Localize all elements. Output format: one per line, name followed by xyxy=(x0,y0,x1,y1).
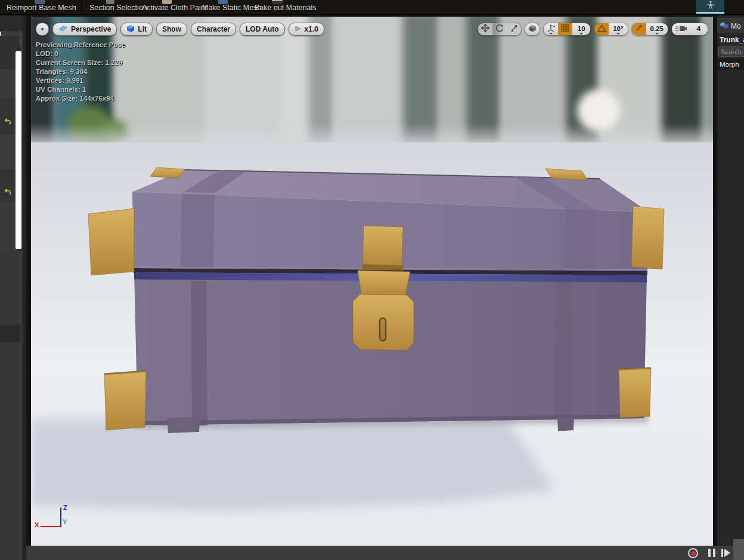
stat-preview-pose: Previewing Reference Pose xyxy=(36,41,125,49)
camera-speed-value-label: 4 xyxy=(697,25,700,32)
rotate-icon xyxy=(495,24,504,35)
lit-cube-icon xyxy=(126,24,135,35)
bake-out-materials-button[interactable]: Bake out Materials xyxy=(255,4,317,12)
show-dropdown[interactable]: Show xyxy=(156,23,187,36)
camera-icon xyxy=(675,24,687,35)
perspective-dropdown[interactable]: Perspective xyxy=(52,23,117,36)
strap-foot-left xyxy=(167,416,200,433)
skeletal-mesh-editor-window: Reimport Base Mesh Section Selection Act… xyxy=(0,0,744,560)
surface-snap-button[interactable] xyxy=(544,23,558,35)
morph-target-tab-label: Mo xyxy=(731,22,741,30)
viewport-toolbar: ▼ Perspective Lit Show Character xyxy=(36,23,708,36)
grid-snap-value-label: 10 xyxy=(578,25,585,32)
sidebar-edge-strip xyxy=(23,15,26,560)
rotate-tool-button[interactable] xyxy=(492,23,507,35)
scale-icon xyxy=(510,24,518,35)
play-icon xyxy=(724,549,730,557)
rotation-snap-value[interactable]: 10° xyxy=(609,23,627,35)
lid-strap-front-right xyxy=(564,209,596,271)
world-local-button[interactable] xyxy=(525,23,540,35)
morph-search-input[interactable] xyxy=(718,46,744,57)
z-axis-line xyxy=(60,508,61,527)
scale-snap-value[interactable]: 0.25 xyxy=(646,23,668,35)
viewport-options-dropdown[interactable]: ▼ xyxy=(36,23,49,36)
morph-column-header[interactable]: Morph xyxy=(717,58,744,70)
view-mode-dropdown[interactable]: Lit xyxy=(120,23,153,36)
show-label: Show xyxy=(162,25,181,33)
activate-cloth-paint-button[interactable]: Activate Cloth Paint xyxy=(142,4,207,12)
character-label: Character xyxy=(197,25,230,33)
gold-foot-left xyxy=(104,371,146,430)
character-dropdown[interactable]: Character xyxy=(191,23,236,36)
gold-cap-top-back-left xyxy=(150,167,185,178)
playback-speed-dropdown[interactable]: x1.0 xyxy=(289,23,324,36)
camera-speed-value[interactable]: 4 xyxy=(690,23,708,35)
panel-corner xyxy=(733,539,744,560)
clasp-hook xyxy=(380,318,386,341)
stat-screen-size: Current Screen Size: 1.229 xyxy=(36,58,125,67)
stat-uv-channels: UV Channels: 1 xyxy=(36,85,125,94)
rotation-snap-group: 10° xyxy=(594,23,628,36)
character-mode-tab[interactable] xyxy=(696,0,724,14)
sidebar-selected-row[interactable] xyxy=(0,325,20,343)
3d-viewport[interactable]: ▼ Perspective Lit Show Character xyxy=(31,17,713,546)
morph-target-icon xyxy=(720,21,729,32)
clasp-hinge xyxy=(362,265,403,270)
pause-button[interactable] xyxy=(708,549,715,557)
play-triangle-icon xyxy=(294,25,302,34)
snap-toolbar: 10 10° xyxy=(478,23,708,36)
perspective-label: Perspective xyxy=(71,25,111,33)
gold-corner-cap-left xyxy=(88,209,134,275)
angle-triangle-icon xyxy=(597,24,606,35)
stat-vertices: Vertices: 9,991 xyxy=(36,76,125,85)
y-axis-label: Y xyxy=(63,518,67,525)
lid-strap-front-left xyxy=(181,194,215,268)
record-icon xyxy=(691,551,696,556)
scale-arrow-icon xyxy=(635,24,643,35)
scale-snap-group: 0.25 xyxy=(631,23,668,36)
playback-bar xyxy=(26,546,744,560)
camera-speed-group: 4 xyxy=(671,23,708,36)
morph-target-panel: Mo Trunk_a Morph xyxy=(717,15,744,560)
stat-triangles: Triangles: 9,304 xyxy=(36,67,125,76)
move-tool-button[interactable] xyxy=(478,23,492,35)
asset-name: Trunk_a xyxy=(720,36,744,44)
make-static-mesh-button[interactable]: Make Static Mesh xyxy=(202,4,261,12)
section-selection-button[interactable]: Section Selection xyxy=(89,4,147,12)
coordinate-system-toggle[interactable] xyxy=(525,23,540,36)
gold-corner-cap-right xyxy=(631,206,664,269)
lod-dropdown[interactable]: LOD Auto xyxy=(240,23,285,36)
step-forward-button[interactable] xyxy=(721,549,730,557)
stat-lod: LOD: 0 xyxy=(36,49,125,58)
grid-snap-toggle[interactable] xyxy=(558,23,572,35)
stat-approx-size: Approx Size: 144x76x94 xyxy=(36,94,125,103)
scale-snap-toggle[interactable] xyxy=(632,23,646,35)
scale-snap-value-label: 0.25 xyxy=(650,25,664,32)
grid-icon xyxy=(561,24,569,35)
lod-label: LOD Auto xyxy=(246,25,279,33)
record-button[interactable] xyxy=(688,548,698,558)
transform-tools xyxy=(478,23,522,36)
scale-tool-button[interactable] xyxy=(507,23,521,35)
strap-foot-right xyxy=(557,416,574,431)
morph-target-tab[interactable]: Mo xyxy=(717,18,744,33)
lit-label: Lit xyxy=(138,25,147,33)
camera-speed-button[interactable] xyxy=(672,23,690,35)
reimport-base-mesh-button[interactable]: Reimport Base Mesh xyxy=(7,4,76,12)
rotation-snap-toggle[interactable] xyxy=(594,23,609,35)
body-strap-right xyxy=(554,282,572,419)
main-toolbar: Reimport Base Mesh Section Selection Act… xyxy=(0,0,744,15)
grid-snap-value[interactable]: 10 xyxy=(572,23,590,35)
caret-down-icon: ▼ xyxy=(40,27,45,32)
clasp-neck xyxy=(358,270,410,295)
rotation-snap-value-label: 10° xyxy=(613,25,623,32)
panel-divider[interactable] xyxy=(713,15,717,560)
reset-to-default-icon[interactable] xyxy=(4,187,12,194)
reset-to-default-icon[interactable] xyxy=(4,117,12,124)
x-axis-line xyxy=(41,526,61,527)
playback-speed-label: x1.0 xyxy=(305,25,318,33)
coordinate-cube-icon xyxy=(528,24,537,35)
toolbar-separator xyxy=(81,1,82,13)
sidebar-scrollbar[interactable] xyxy=(16,51,21,249)
floor-shadow xyxy=(31,419,555,511)
